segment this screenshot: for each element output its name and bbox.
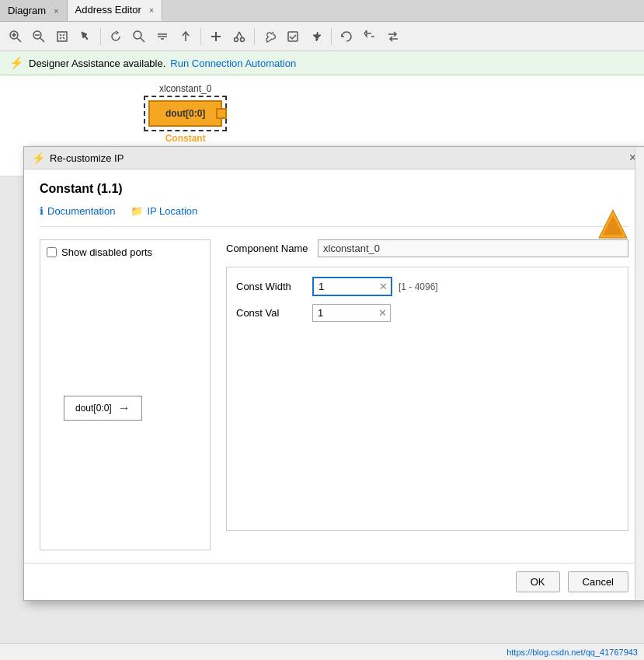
toolbar-separator-3 [254, 28, 255, 45]
assistance-message: Designer Assistance available. [29, 58, 165, 69]
ip-block-name: Constant [144, 133, 227, 144]
zoom-out-button[interactable] [28, 26, 50, 47]
show-disabled-ports-row: Show disabled ports [47, 246, 204, 258]
svg-line-1 [17, 38, 21, 42]
ok-button[interactable]: OK [516, 571, 560, 592]
toolbar-separator-4 [331, 28, 332, 45]
svg-point-8 [134, 31, 141, 39]
dialog-titlebar: ⚡ Re-customize IP × [24, 147, 644, 169]
pin-button[interactable] [305, 26, 327, 47]
search-button[interactable] [128, 26, 150, 47]
toolbar [0, 22, 644, 51]
ip-location-label: IP Location [147, 205, 197, 217]
select-button[interactable] [75, 26, 96, 47]
params-box: Const Width ✕ [1 - 4096] Const Val ✕ [226, 267, 628, 531]
documentation-label: Documentation [47, 205, 115, 217]
const-width-input-wrap: ✕ [312, 277, 392, 296]
swap-button[interactable] [382, 26, 404, 47]
status-bar: https://blog.csdn.net/qq_41767943 [0, 643, 644, 660]
const-val-input[interactable] [313, 305, 375, 321]
ip-title: Constant (1.1) [40, 182, 628, 196]
dialog-body: Constant (1.1) ℹ Documentation 📁 IP Loca… [24, 169, 644, 563]
component-name-input[interactable] [318, 239, 628, 257]
add-button[interactable] [205, 26, 227, 47]
documentation-icon: ℹ [40, 205, 44, 217]
dialog-scrollbar[interactable] [635, 147, 644, 600]
svg-line-9 [141, 38, 144, 42]
status-url: https://blog.csdn.net/qq_41767943 [506, 648, 638, 657]
svg-line-5 [40, 38, 44, 42]
svg-rect-20 [288, 32, 298, 41]
const-width-label: Const Width [236, 281, 306, 292]
const-width-clear-button[interactable]: ✕ [376, 279, 391, 294]
ip-block-port-label: dout[0:0] [165, 108, 205, 119]
toolbar-separator-1 [100, 28, 101, 45]
zoom-in-button[interactable] [5, 26, 26, 47]
dialog-links: ℹ Documentation 📁 IP Location [40, 205, 628, 227]
svg-rect-7 [57, 32, 67, 41]
up-button[interactable] [175, 26, 197, 47]
param-row-const-val: Const Val ✕ [236, 304, 618, 322]
component-name-row: Component Name [226, 239, 628, 257]
port-label: dout[0:0] [75, 403, 112, 414]
dialog-title-text: Re-customize IP [50, 152, 124, 164]
assistance-bar: ⚡ Designer Assistance available. Run Con… [0, 51, 644, 75]
arrange-button[interactable] [151, 26, 173, 47]
documentation-link[interactable]: ℹ Documentation [40, 205, 115, 217]
tab-address-editor[interactable]: Address Editor × [68, 0, 163, 21]
svg-point-17 [241, 37, 245, 41]
cut-button[interactable] [228, 26, 250, 47]
ip-block-id: xlconstant_0 [144, 83, 227, 94]
svg-line-18 [236, 32, 239, 38]
xilinx-logo [597, 208, 628, 242]
run-connection-automation-link[interactable]: Run Connection Automation [170, 58, 296, 69]
show-disabled-ports-label: Show disabled ports [61, 246, 152, 258]
ip-block-container[interactable]: xlconstant_0 dout[0:0] Constant [144, 83, 227, 144]
const-width-range: [1 - 4096] [399, 281, 438, 292]
svg-point-16 [235, 37, 238, 41]
fit-button[interactable] [51, 26, 73, 47]
ip-location-link[interactable]: 📁 IP Location [131, 205, 197, 217]
svg-line-19 [239, 32, 242, 38]
const-val-input-wrap: ✕ [312, 304, 391, 322]
tab-bar: Diagram × Address Editor × [0, 0, 644, 22]
wrench-button[interactable] [259, 26, 280, 47]
const-val-label: Const Val [236, 307, 306, 319]
refresh-button[interactable] [105, 26, 127, 47]
const-width-input[interactable] [314, 278, 376, 295]
recustomize-dialog: ⚡ Re-customize IP × Constant (1.1) ℹ Doc… [23, 146, 644, 601]
dialog-title-left: ⚡ Re-customize IP [32, 152, 124, 164]
tab-diagram-label: Diagram [8, 5, 46, 16]
ip-location-icon: 📁 [131, 205, 143, 217]
back-button[interactable] [359, 26, 381, 47]
cancel-button[interactable]: Cancel [568, 571, 628, 592]
const-val-clear-button[interactable]: ✕ [375, 306, 390, 320]
port-block: dout[0:0] → [64, 396, 142, 421]
port-arrow-icon: → [118, 401, 131, 415]
dialog-title-icon: ⚡ [32, 152, 45, 164]
tab-diagram-close[interactable]: × [54, 6, 58, 16]
toolbar-separator-2 [200, 28, 201, 45]
validate-button[interactable] [282, 26, 304, 47]
component-name-label: Component Name [226, 243, 312, 254]
assistance-icon: ⚡ [9, 56, 24, 70]
tab-address-editor-label: Address Editor [75, 4, 141, 16]
reload-button[interactable] [336, 26, 357, 47]
show-disabled-ports-checkbox[interactable] [47, 247, 57, 257]
right-panel: Component Name Const Width ✕ [1 - 4096] [226, 239, 628, 550]
ip-block[interactable]: dout[0:0] [148, 100, 222, 127]
tab-diagram[interactable]: Diagram × [0, 0, 68, 21]
left-panel: Show disabled ports dout[0:0] → [40, 239, 211, 550]
dialog-main: Show disabled ports dout[0:0] → Componen… [40, 239, 628, 550]
ip-block-output-port[interactable] [216, 108, 227, 119]
param-row-const-width: Const Width ✕ [1 - 4096] [236, 277, 618, 296]
tab-address-editor-close[interactable]: × [149, 5, 154, 15]
ip-block-wrapper: dout[0:0] [144, 96, 227, 131]
dialog-footer: OK Cancel [24, 563, 644, 600]
